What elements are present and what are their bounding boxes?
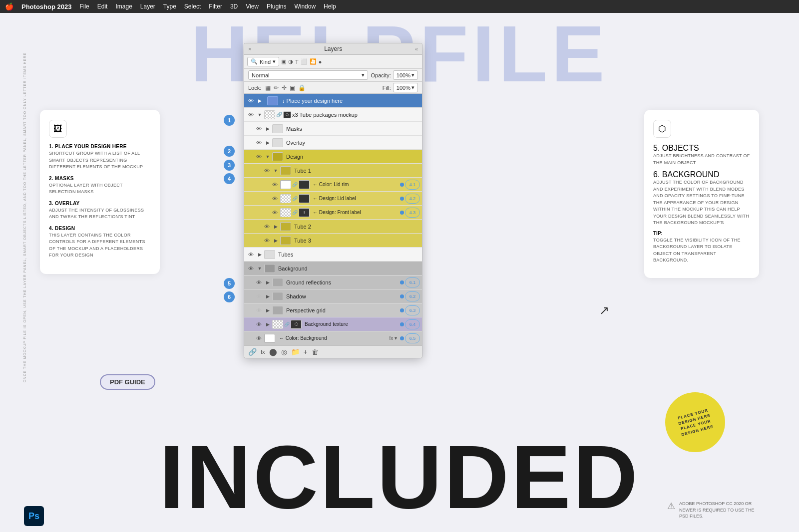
- eye-icon-1[interactable]: 👁: [246, 98, 255, 104]
- eye-icon-16[interactable]: 👁: [254, 307, 263, 313]
- thumb-2b: ⬡: [283, 111, 291, 118]
- layer-row-tube3[interactable]: 👁 ▶ Tube 3: [244, 234, 422, 248]
- filter-dot-icon[interactable]: ●: [319, 59, 322, 65]
- num-circle-5: 5: [224, 278, 235, 289]
- arrow-11[interactable]: ▶: [272, 238, 279, 243]
- layer-row-color-background[interactable]: 👁 ← Color: Background fx ▾ 6.5: [244, 331, 422, 345]
- chain-2: 🔗: [276, 112, 282, 117]
- eye-icon-10[interactable]: 👁: [262, 224, 271, 230]
- eye-icon-8[interactable]: 👁: [270, 196, 279, 202]
- menu-plugins[interactable]: Plugins: [267, 3, 286, 10]
- layer-row-front-label[interactable]: 👁 🔗 I ← Design: Front label 4.3: [244, 206, 422, 220]
- arrow-1[interactable]: ▶: [256, 98, 263, 103]
- layer-row-ground-reflections[interactable]: 👁 ▶ Ground reflections 6.1: [244, 275, 422, 289]
- fx-button[interactable]: fx: [261, 349, 265, 355]
- lock-paint-icon[interactable]: ✏: [274, 84, 279, 91]
- eye-icon-13[interactable]: 👁: [246, 266, 255, 271]
- lock-all-icon[interactable]: 🔒: [298, 84, 306, 91]
- thumb-3: [272, 124, 283, 133]
- filter-shape-icon[interactable]: ⬜: [301, 58, 308, 65]
- filter-adj-icon[interactable]: ◑: [288, 58, 293, 65]
- filter-type-icon[interactable]: T: [295, 59, 299, 65]
- delete-layer-icon[interactable]: 🗑: [312, 348, 319, 356]
- lock-move-icon[interactable]: ✛: [282, 84, 287, 91]
- dot-9: [400, 211, 404, 215]
- panel-collapse-button[interactable]: «: [415, 46, 418, 52]
- right-info-card: ⬡ 5. OBJECTS ADJUST BRIGHTNESS AND CONTR…: [644, 110, 759, 278]
- menu-filter[interactable]: Filter: [209, 3, 222, 10]
- opacity-input[interactable]: 100% ▾: [393, 70, 418, 80]
- layer-row-place-design[interactable]: 👁 ▶ ↓ Place your design here: [244, 94, 422, 108]
- layer-row-tube1[interactable]: 👁 ▼ Tube 1: [244, 164, 422, 178]
- eye-icon-14[interactable]: 👁: [254, 279, 263, 285]
- arrow-4[interactable]: ▶: [264, 140, 271, 145]
- chevron-fill-icon: ▾: [411, 84, 414, 91]
- adj-icon[interactable]: ◎: [281, 348, 287, 356]
- eye-icon-15[interactable]: 👁: [254, 293, 263, 299]
- arrow-15[interactable]: ▶: [264, 294, 271, 299]
- label-ground-reflections: Ground reflections: [286, 279, 397, 285]
- layer-row-background[interactable]: 👁 ▼ Background: [244, 262, 422, 275]
- arrow-3[interactable]: ▶: [264, 126, 271, 131]
- menu-edit[interactable]: Edit: [97, 3, 108, 10]
- menu-image[interactable]: Image: [115, 3, 132, 10]
- menu-layer[interactable]: Layer: [140, 3, 155, 10]
- filter-pixel-icon[interactable]: ▣: [281, 58, 286, 65]
- group-icon[interactable]: 📁: [291, 348, 300, 356]
- layer-row-lid-rim[interactable]: 👁 🔗 ← Color: Lid rim 4.1: [244, 178, 422, 192]
- layer-row-bg-texture[interactable]: 👁 ▶ 🔗 ⬡ Background texture 6.4: [244, 317, 422, 331]
- eye-icon-18[interactable]: 👁: [254, 335, 263, 341]
- eye-icon-3[interactable]: 👁: [254, 126, 263, 132]
- eye-icon-7[interactable]: 👁: [270, 182, 279, 188]
- layer-row-design[interactable]: 👁 ▼ Design: [244, 150, 422, 164]
- layer-row-masks[interactable]: 👁 ▶ Masks: [244, 122, 422, 136]
- layer-row-tube2[interactable]: 👁 ▶ Tube 2: [244, 220, 422, 234]
- arrow-12[interactable]: ▶: [256, 252, 263, 257]
- arrow-10[interactable]: ▶: [272, 224, 279, 229]
- eye-icon-2[interactable]: 👁: [246, 112, 255, 118]
- layer-row-lid-label[interactable]: 👁 🔗 ← Design: Lid label 4.2: [244, 192, 422, 206]
- arrow-5[interactable]: ▼: [264, 154, 271, 159]
- arrow-16[interactable]: ▶: [264, 308, 271, 313]
- lock-artboard-icon[interactable]: ▣: [290, 84, 295, 91]
- app-name: Photoshop 2023: [21, 3, 71, 10]
- menu-3d[interactable]: 3D: [230, 3, 238, 10]
- panel-close-button[interactable]: ×: [248, 46, 251, 52]
- menu-select[interactable]: Select: [184, 3, 201, 10]
- eye-icon-9[interactable]: 👁: [270, 210, 279, 216]
- filter-kind-select[interactable]: 🔍 Kind ▾: [247, 57, 279, 66]
- menu-file[interactable]: File: [79, 3, 89, 10]
- fill-icon[interactable]: ⬤: [269, 348, 277, 356]
- fx-icon-18[interactable]: fx ▾: [389, 335, 397, 341]
- eye-icon-5[interactable]: 👁: [254, 154, 263, 160]
- layer-row-tubes[interactable]: 👁 ▶ Tubes: [244, 248, 422, 262]
- label-tube2: Tube 2: [294, 224, 420, 230]
- arrow-2[interactable]: ▼: [256, 112, 263, 117]
- eye-icon-11[interactable]: 👁: [262, 238, 271, 244]
- filter-smart-icon[interactable]: 🎦: [310, 58, 317, 65]
- eye-icon-4[interactable]: 👁: [254, 140, 263, 146]
- layer-row-overlay[interactable]: 👁 ▶ Overlay: [244, 136, 422, 150]
- eye-icon-17[interactable]: 👁: [254, 321, 263, 327]
- link-icon[interactable]: 🔗: [248, 348, 257, 356]
- badge-63: 6.3: [405, 305, 420, 315]
- arrow-6[interactable]: ▼: [272, 168, 279, 173]
- layer-row-perspective-grid[interactable]: 👁 ▶ Perspective grid 6.3: [244, 303, 422, 317]
- label-lid-rim: ← Color: Lid rim: [313, 182, 397, 187]
- menu-help[interactable]: Help: [324, 3, 336, 10]
- menu-window[interactable]: Window: [294, 3, 316, 10]
- pdf-guide-button[interactable]: PDF GUIDE: [100, 374, 155, 390]
- layer-row-tube-packages[interactable]: 👁 ▼ 🔗 ⬡ x3 Tube packages mockup: [244, 108, 422, 122]
- arrow-14[interactable]: ▶: [264, 280, 271, 285]
- fill-input[interactable]: 100% ▾: [393, 83, 418, 92]
- blend-mode-select[interactable]: Normal ▾: [248, 70, 368, 80]
- layer-row-shadow[interactable]: 👁 ▶ Shadow 6.2: [244, 289, 422, 303]
- arrow-13[interactable]: ▼: [256, 266, 263, 271]
- eye-icon-6[interactable]: 👁: [262, 168, 271, 174]
- eye-icon-12[interactable]: 👁: [246, 252, 255, 258]
- lock-pixel-icon[interactable]: ▦: [265, 84, 271, 91]
- menu-type[interactable]: Type: [163, 3, 176, 10]
- arrow-17[interactable]: ▶: [264, 322, 271, 327]
- add-layer-icon[interactable]: +: [304, 348, 308, 356]
- menu-view[interactable]: View: [246, 3, 259, 10]
